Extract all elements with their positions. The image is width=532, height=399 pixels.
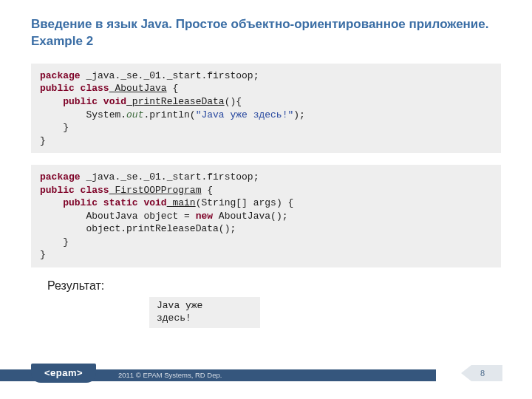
brace: { (201, 185, 213, 196)
class-name: AboutJava (109, 83, 167, 94)
new-post: AboutJava(); (213, 211, 287, 222)
kw-public-class: public class (40, 185, 109, 196)
page-number-wrap: 8 (436, 365, 502, 381)
method-args: (String[] args) { (196, 197, 294, 208)
pkg-name: _java._se._01._start.firstoop; (81, 171, 259, 183)
class-name: FirstOOPProgram (109, 185, 202, 196)
result-label: Результат: (47, 279, 501, 293)
kw-new: new (196, 211, 213, 222)
page-arrow-icon (461, 365, 471, 381)
call-line: object.printReleaseData(); (86, 223, 236, 234)
close-brace: } (40, 122, 69, 133)
new-pre: AboutJava object = (86, 211, 195, 222)
kw-package: package (40, 171, 81, 183)
paren: (){ (225, 96, 242, 107)
after-str: ); (293, 109, 305, 120)
method-name: printReleaseData (126, 96, 225, 107)
kw-method: public static void (63, 197, 166, 208)
footer-text: 2011 © EPAM Systems, RD Dep. (118, 369, 222, 381)
pkg-name: _java._se._01._start.firstoop; (81, 70, 259, 81)
sysout-pre: System. (86, 109, 126, 120)
code-block-2: package _java._se._01._start.firstoop; p… (31, 165, 501, 267)
output-block: Java уже здесь! (149, 297, 260, 328)
close-brace: } (40, 135, 46, 146)
sysout-out: out (126, 109, 143, 120)
page-number: 8 (471, 365, 502, 381)
close-brace: } (40, 236, 69, 248)
method-name: main (167, 197, 196, 208)
sysout-post: .println( (143, 109, 195, 120)
brace: { (167, 83, 179, 94)
kw-method: public void (63, 96, 126, 107)
epam-logo: <epam> (31, 364, 96, 383)
code-block-1: package _java._se._01._start.firstoop; p… (31, 64, 501, 153)
kw-public-class: public class (40, 83, 109, 94)
slide-title: Введение в язык Java. Простое объектно-о… (31, 16, 501, 50)
kw-package: package (40, 70, 81, 81)
string-literal: "Java уже здесь!" (196, 109, 294, 120)
close-brace: } (40, 249, 46, 260)
